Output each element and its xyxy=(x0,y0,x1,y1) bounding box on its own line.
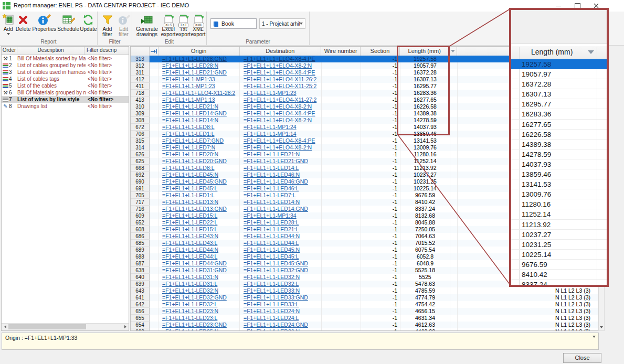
table-row[interactable]: 642=F1+EL1+L1-LED32:L=F1+EL1+L1-LED33:L-… xyxy=(131,301,598,308)
close-button[interactable]: Close xyxy=(563,353,601,363)
destination-link[interactable]: =F1+EL1+L1+ELO4-X8-4:PE xyxy=(244,137,315,144)
destination-link[interactable]: =F1+EL1+L1-LED21:GND xyxy=(244,158,308,164)
table-row[interactable]: 641=F1+EL1+L1-LED32:GND=F1+EL1+L1-LED33:… xyxy=(131,294,598,301)
origin-link[interactable]: =F1+EL1+L1-MP1:13 xyxy=(162,97,215,103)
report-list-item[interactable]: ⚒6Bill Of Materials grouped by manuf...<… xyxy=(2,89,129,96)
destination-link[interactable]: =F1+EL1+L1-MP1:14 xyxy=(244,131,297,137)
destination-link[interactable]: =F1+EL1+L1-MP1:24 xyxy=(244,124,297,130)
origin-link[interactable]: =F1+EL1+L1-LED15:L xyxy=(162,212,217,219)
scroll-down-arrow-icon[interactable] xyxy=(599,324,604,330)
destination-link[interactable]: =F1+EL1+L1-LED44:L xyxy=(244,240,299,246)
destination-link[interactable]: =F1+EL1+L1+ELO4-X8-2:N xyxy=(244,103,312,110)
destination-link[interactable]: =F1+EL1+L1+ELO4-X8-4:PE xyxy=(244,69,315,76)
destination-link[interactable]: =F1+EL1+L1-LED44:N xyxy=(244,233,300,239)
table-row[interactable]: 656=F1+EL1+L1-LED23:N=F1+EL1+L1-LED24:N-… xyxy=(131,308,598,315)
column-header-length[interactable]: Length (mm) xyxy=(400,47,450,56)
goto-column-header[interactable] xyxy=(150,47,158,56)
report-list-hscrollbar[interactable] xyxy=(2,323,129,330)
destination-link[interactable]: =F1+EL1+L1-LED46:GND xyxy=(244,178,308,185)
origin-link[interactable]: =F1+EL1+L1-LED32:L xyxy=(162,301,217,307)
destination-link[interactable]: =F1+EL1+L1+ELO4-X11-26:2 xyxy=(244,76,316,82)
destination-link[interactable]: =F1+EL1+L1-LED32:L xyxy=(244,281,299,287)
destination-link[interactable]: =F1+EL1+L1-LED33:N xyxy=(244,287,300,294)
origin-link[interactable]: =F1+EL1+L1-LED8:L xyxy=(162,165,215,171)
origin-link[interactable]: =F1+EL1+L1-LED8:L xyxy=(162,124,215,130)
origin-link[interactable]: =F1+EL1+L1-LED23:L xyxy=(162,315,217,321)
destination-link[interactable]: =F1+EL1+L1-LED24:GND xyxy=(244,322,308,328)
destination-link[interactable]: =F1+EL1+L1+ELO4-X11-25:2 xyxy=(244,83,316,89)
destination-link[interactable]: =F1+EL1+L1-LED46:L xyxy=(244,185,299,191)
origin-link[interactable]: =F1+EL1+L1-LED25:N xyxy=(162,328,218,331)
origin-link[interactable]: =F1+EL1+L1-LED43:L xyxy=(162,240,217,246)
origin-link[interactable]: =F1+EL1+L1-LED7:GND xyxy=(162,137,224,144)
origin-link[interactable]: =F1+EL1+L1-LED32:GND xyxy=(162,294,227,301)
destination-link[interactable]: =F1+EL1+L1+ELO4-X8-4:PE xyxy=(244,56,315,62)
destination-link[interactable]: =F1+EL1+L1-MP1:34 xyxy=(244,212,297,219)
report-list-item[interactable]: 3List of cables used in harness<No filte… xyxy=(2,69,129,76)
destination-link[interactable]: =F1+EL1+L1-LED24:L xyxy=(244,315,299,321)
xml-export-button[interactable]: XML XML export xyxy=(190,13,206,37)
column-header-section[interactable]: Section xyxy=(361,47,400,56)
origin-link[interactable]: =F1+EL1+L1-LED44:GND xyxy=(162,260,227,266)
report-list-item[interactable]: 5List of the cables<No filter> xyxy=(2,82,129,89)
destination-link[interactable]: =F1+EL1+L1+ELO4-X8-4:PE xyxy=(244,110,315,116)
txt-export-button[interactable]: TXT Txt export xyxy=(176,13,190,37)
origin-link[interactable]: =F1+EL1+L1-LED1:L xyxy=(162,192,215,198)
origin-link[interactable]: =F1+EL1+L1-LED23:N xyxy=(162,308,218,314)
destination-link[interactable]: =F1+EL1+L1+ELO4-X8-2:N xyxy=(244,144,312,151)
hscroll-thumb[interactable] xyxy=(8,324,86,329)
destination-link[interactable]: =F1+EL1+L1-LED45:GND xyxy=(244,260,308,266)
report-list-item[interactable]: 2List of cables grouped by reference<No … xyxy=(2,62,129,69)
table-row[interactable]: 662=F1+EL1+L1-LED25:N=F1+EL1+L1-LED26:N-… xyxy=(131,328,598,331)
destination-link[interactable]: =F1+EL1+L1-LED33:L xyxy=(244,301,299,307)
origin-link[interactable]: =F1+EL1+L1-LED21:N xyxy=(162,103,218,110)
column-header-description[interactable]: Description xyxy=(17,47,84,55)
add-dropdown-caret[interactable] xyxy=(7,33,10,35)
scroll-right-arrow-icon[interactable] xyxy=(122,324,129,330)
origin-link[interactable]: =F1+EL1+L1-LED23:GND xyxy=(162,322,227,328)
origin-link[interactable]: =F1+EL1+L1-LED28:GND xyxy=(162,56,227,62)
origin-link[interactable]: =F1+EL1+L1+ELO4-X11-28:2 xyxy=(162,90,235,96)
destination-link[interactable]: =F1+EL1+L1-LED45:L xyxy=(244,253,299,260)
destination-link[interactable]: =F1+EL1+L1-LED24:N xyxy=(244,308,300,314)
destination-link[interactable]: =F1+EL1+L1-LED21:L xyxy=(244,226,299,232)
origin-link[interactable]: =F1+EL1+L1-LED20:N xyxy=(162,151,218,157)
destination-link[interactable]: =F1+EL1+L1+ELO4-X8-2:N xyxy=(244,117,312,123)
origin-link[interactable]: =F1+EL1+L1-LED14:N xyxy=(162,117,218,123)
origin-link[interactable]: =F1+EL1+L1-LED22:L xyxy=(162,219,217,226)
report-list-item[interactable]: ⚒1Bill Of Materials sorted by Mark<No fi… xyxy=(2,55,129,62)
add-button[interactable]: Add xyxy=(2,13,15,35)
origin-link[interactable]: =F1+EL1+L1-LED14:GND xyxy=(162,110,227,116)
destination-link[interactable]: =F1+EL1+L1-LED46:N xyxy=(244,172,300,178)
report-list-item[interactable]: ✎8Drawings list<No filter> xyxy=(2,103,129,110)
report-list-item[interactable]: 4List of cables tags<No filter> xyxy=(2,76,129,82)
origin-link[interactable]: =F1+EL1+L1-LED32:N xyxy=(162,287,218,294)
schedule-button[interactable]: Schedule xyxy=(57,13,80,32)
properties-button[interactable]: Properties xyxy=(31,13,57,32)
origin-link[interactable]: =F1+EL1+L1-LED7:N xyxy=(162,144,215,151)
generate-drawings-button[interactable]: Generate drawings xyxy=(134,13,160,37)
destination-link[interactable]: =F1+EL1+L1-LED7:L xyxy=(244,192,296,198)
destination-link[interactable]: =F1+EL1+L1-LED14:N xyxy=(244,199,300,205)
origin-link[interactable]: =F1+EL1+L1-LED28:N xyxy=(162,62,218,69)
book-field[interactable]: Book xyxy=(210,18,257,29)
destination-link[interactable]: =F1+EL1+L1+ELO4-X11-27:2 xyxy=(244,97,316,103)
origin-link[interactable]: =F1+EL1+L1-LED31:L xyxy=(162,281,217,287)
destination-link[interactable]: =F1+EL1+L1-LED14:GND xyxy=(244,206,308,212)
table-row[interactable]: 655=F1+EL1+L1-LED23:L=F1+EL1+L1-LED24:L-… xyxy=(131,315,598,322)
column-header-order[interactable]: Order xyxy=(2,47,17,55)
origin-link[interactable]: =F1+EL1+L1-LED43:N xyxy=(162,233,218,239)
column-header-wire-number[interactable]: Wire number xyxy=(321,47,361,56)
delete-button[interactable]: Delete xyxy=(15,13,31,32)
report-list-item[interactable]: 7List of wires by line style<No filter> xyxy=(2,96,129,103)
column-header-filter-descrip[interactable]: Filter descrip xyxy=(84,47,129,55)
destination-link[interactable]: =F1+EL1+L1-LED32:GND xyxy=(244,267,308,273)
origin-link[interactable]: =F1+EL1+L1-LED1:L xyxy=(162,131,215,137)
origin-link[interactable]: =F1+EL1+L1-LED13:N xyxy=(162,199,218,205)
project-select[interactable]: 1 - Projekat arhitekture xyxy=(259,18,305,29)
length-filter-button[interactable] xyxy=(450,47,457,56)
column-header-origin[interactable]: Origin xyxy=(158,47,240,56)
origin-link[interactable]: =F1+EL1+L1-LED45:N xyxy=(162,172,218,178)
origin-link[interactable]: =F1+EL1+L1-LED20:GND xyxy=(162,158,227,164)
origin-link[interactable]: =F1+EL1+L1-LED31:GND xyxy=(162,267,227,273)
